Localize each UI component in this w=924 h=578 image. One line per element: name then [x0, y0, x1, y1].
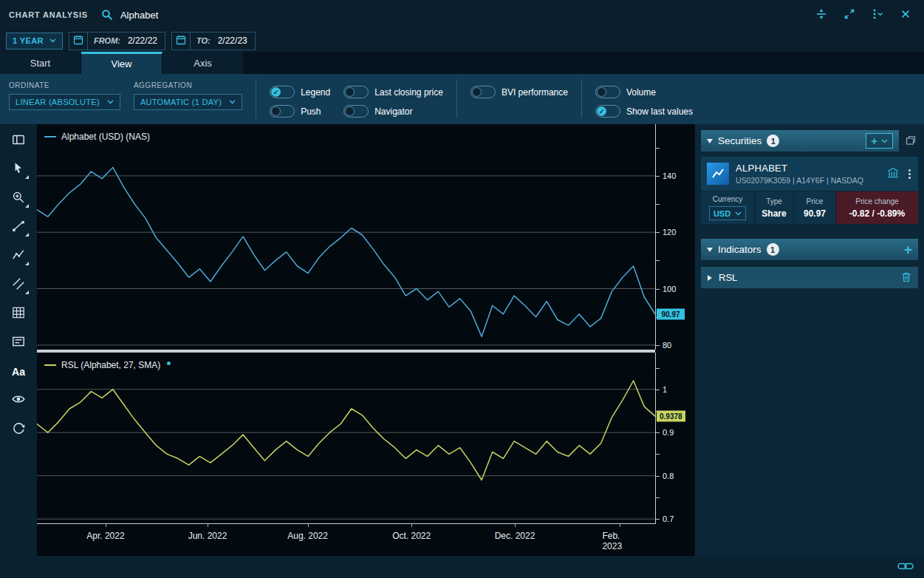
- y-tick-label: 0.9: [663, 428, 674, 437]
- delete-indicator-button[interactable]: [901, 271, 911, 285]
- toggle-volume[interactable]: Volume: [595, 86, 693, 98]
- exchange-icon: [886, 167, 900, 181]
- security-name: ALPHABET: [736, 163, 878, 174]
- time-range-select[interactable]: 1 YEAR: [6, 33, 63, 50]
- rsl-chart-legend: RSL (Alphabet, 27, SMA): [44, 360, 171, 370]
- trend-line-tool-button[interactable]: [6, 245, 31, 268]
- link-button[interactable]: [896, 557, 915, 577]
- tab-start[interactable]: Start: [0, 52, 81, 74]
- legend-marker-dot-icon: [167, 361, 171, 365]
- security-search-value[interactable]: Alphabet: [120, 10, 158, 21]
- exchange-button[interactable]: [885, 166, 901, 182]
- last-value-tag: 90.97: [657, 309, 685, 320]
- bottom-bar: [0, 556, 924, 578]
- panel-toggle-button[interactable]: [6, 130, 31, 152]
- add-security-button[interactable]: +: [866, 133, 893, 149]
- toggle-last-closing-price[interactable]: Last closing price: [343, 86, 443, 98]
- last-value-tag: 0.9378: [657, 411, 685, 422]
- zoom-tool-button[interactable]: [6, 188, 31, 210]
- dock-window-button[interactable]: [812, 5, 831, 24]
- toolbar-separator: [456, 80, 457, 118]
- rsl-chart[interactable]: [37, 353, 655, 523]
- to-date-value[interactable]: 2/22/23: [215, 35, 255, 46]
- x-tick-label: Feb. 2023: [602, 531, 637, 551]
- indicators-header-row: Indicators 1 +: [701, 239, 918, 260]
- toggle-switch: [595, 86, 620, 98]
- aggregation-select[interactable]: AUTOMATIC (1 DAY): [134, 94, 242, 110]
- security-options-button[interactable]: [907, 168, 912, 180]
- y-axis-tick: [656, 476, 660, 477]
- y-axis-tick: [656, 345, 660, 346]
- add-indicator-button[interactable]: +: [904, 242, 912, 256]
- indicators-title: Indicators: [718, 244, 762, 255]
- visibility-button[interactable]: [6, 390, 31, 412]
- toggle-navigator[interactable]: Navigator: [343, 105, 443, 118]
- fullscreen-button[interactable]: [840, 5, 859, 24]
- toggle-bvi-performance[interactable]: BVI performance: [470, 86, 568, 98]
- chevron-down-icon: [881, 139, 888, 143]
- toggle-switch: [343, 105, 369, 118]
- link-icon: [897, 562, 914, 573]
- trend-line-tool-icon: [11, 248, 26, 265]
- line-tool-button[interactable]: [6, 217, 31, 239]
- ordinate-select[interactable]: LINEAR (ABSOLUTE): [9, 94, 120, 110]
- date-controls-row: 1 YEAR FROM: 2/22/22 TO: 2/22/23: [0, 30, 924, 52]
- y-tick-label: 1: [663, 385, 667, 394]
- legend-box-button[interactable]: [6, 332, 31, 354]
- toggle-switch: [470, 86, 496, 98]
- detach-panel-button[interactable]: [903, 133, 918, 150]
- y-tick-label: 120: [663, 228, 676, 237]
- y-tick-label: 100: [663, 285, 676, 293]
- toggle-label: Last closing price: [374, 87, 443, 98]
- y-axis-tick: [656, 368, 660, 369]
- text-tool-button[interactable]: Aa: [6, 361, 31, 383]
- price-y-axis[interactable]: 1401201008090.97: [655, 124, 694, 350]
- to-calendar-button[interactable]: [172, 33, 191, 50]
- calendar-icon: [176, 35, 186, 47]
- ordinate-label: ORDINATE: [9, 81, 120, 89]
- y-axis-tick: [656, 204, 660, 205]
- reset-view-button[interactable]: [6, 418, 31, 441]
- main-area: Aa Alphabet (USD) (NAS) 1401201008090.97…: [0, 124, 924, 556]
- x-tick-label: Oct. 2022: [392, 531, 431, 541]
- price-chart[interactable]: [37, 124, 655, 350]
- from-calendar-button[interactable]: [69, 33, 88, 50]
- toggle-show-last-values[interactable]: Show last values: [595, 105, 693, 118]
- currency-label: Currency: [713, 195, 743, 203]
- price-chart-legend: Alphabet (USD) (NAS): [44, 132, 150, 142]
- x-axis[interactable]: Apr. 2022Jun. 2022Aug. 2022Oct. 2022Dec.…: [37, 524, 655, 556]
- rsl-y-axis[interactable]: 10.90.80.70.9378: [655, 353, 694, 524]
- drawing-toolbar: Aa: [0, 124, 37, 556]
- aggregation-group: AGGREGATION AUTOMATIC (1 DAY): [134, 80, 242, 118]
- tab-view[interactable]: View: [81, 52, 162, 74]
- channel-tool-button[interactable]: [6, 274, 31, 296]
- toggle-switch: [270, 105, 295, 118]
- rsl-chart-plot[interactable]: RSL (Alphabet, 27, SMA): [37, 353, 655, 524]
- toggle-label: Volume: [626, 87, 656, 98]
- indicator-row-rsl[interactable]: RSL: [701, 267, 918, 288]
- currency-select[interactable]: USD: [709, 206, 746, 220]
- toggle-push[interactable]: Push: [270, 105, 330, 118]
- toggle-label: BVI performance: [502, 87, 568, 98]
- tab-bar: Start View Axis: [0, 52, 924, 74]
- aggregation-value: AUTOMATIC (1 DAY): [140, 98, 222, 106]
- close-button[interactable]: [896, 5, 915, 24]
- toggle-legend[interactable]: Legend: [270, 86, 330, 98]
- security-card[interactable]: ALPHABET US02079K3059 | A14Y6F | NASDAQ: [701, 157, 918, 191]
- securities-header[interactable]: Securities 1 +: [701, 130, 899, 152]
- security-card-icons: [885, 166, 912, 182]
- x-axis-tick: [411, 524, 412, 527]
- price-chart-plot[interactable]: Alphabet (USD) (NAS): [37, 124, 655, 350]
- indicators-header[interactable]: Indicators 1 +: [701, 239, 918, 260]
- cursor-tool-button[interactable]: [6, 159, 31, 181]
- titlebar: CHART ANALYSIS Alphabet: [0, 0, 924, 30]
- from-date-value[interactable]: 2/22/22: [125, 35, 165, 46]
- grid-button[interactable]: [6, 303, 31, 325]
- toggle-label: Show last values: [626, 106, 693, 117]
- panel-toggle-icon: [11, 132, 26, 150]
- chevron-down-icon: [107, 100, 114, 104]
- y-axis-tick: [656, 454, 660, 455]
- tab-axis[interactable]: Axis: [162, 52, 244, 74]
- search-icon[interactable]: [101, 9, 113, 21]
- more-options-button[interactable]: [868, 5, 887, 24]
